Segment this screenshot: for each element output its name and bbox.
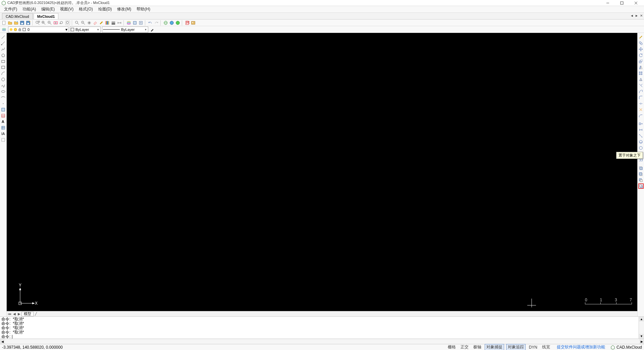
redo-icon[interactable]: [154, 20, 159, 26]
zoom-realtime-icon[interactable]: [74, 20, 80, 26]
circle-icon[interactable]: [1, 77, 6, 82]
stretch-icon[interactable]: [638, 121, 644, 126]
lineweight-icon[interactable]: [111, 20, 116, 26]
globe2-icon[interactable]: [175, 20, 180, 26]
document-tab[interactable]: CAD.MxCloud: [2, 13, 33, 19]
layer-icon[interactable]: [126, 20, 131, 26]
scroll-up-icon[interactable]: ▲: [639, 317, 644, 321]
menu-view[interactable]: 视图(V): [58, 6, 75, 13]
ellipse-icon[interactable]: [1, 89, 6, 94]
maximize-button[interactable]: [617, 0, 627, 6]
toggle-polar[interactable]: 极轴: [472, 344, 483, 350]
layer-manager-icon[interactable]: [1, 27, 7, 32]
region-icon[interactable]: [1, 137, 6, 142]
web-icon[interactable]: [163, 20, 168, 26]
rect2-icon[interactable]: [1, 64, 6, 70]
trim-icon[interactable]: [638, 83, 644, 88]
eraser-icon[interactable]: [93, 20, 98, 26]
rotate-icon[interactable]: [638, 52, 644, 58]
chamfer-icon[interactable]: [638, 113, 644, 118]
point-icon[interactable]: [1, 101, 6, 106]
scroll-right-icon[interactable]: ▶: [639, 339, 644, 344]
tab-next-icon[interactable]: ▶: [17, 312, 21, 316]
array-icon[interactable]: [638, 71, 644, 76]
send-under-icon[interactable]: [638, 183, 644, 189]
text-icon[interactable]: A: [1, 119, 6, 124]
move-icon[interactable]: [638, 46, 644, 52]
brush-icon[interactable]: [150, 27, 155, 32]
zoom-extents-icon[interactable]: [53, 20, 58, 26]
ellipse-arc-icon[interactable]: [1, 95, 6, 100]
hatch-icon[interactable]: [1, 113, 6, 118]
scale-icon[interactable]: [638, 58, 644, 64]
menu-file[interactable]: 文件(F): [2, 6, 19, 13]
align-icon[interactable]: [638, 133, 644, 138]
mirror-icon[interactable]: [638, 64, 644, 70]
zoom-window-icon[interactable]: [35, 20, 40, 26]
dimension-icon[interactable]: [117, 20, 122, 26]
save-icon[interactable]: [19, 20, 25, 26]
matchprop-icon[interactable]: [99, 20, 104, 26]
lengthen-icon[interactable]: [638, 127, 644, 132]
color-selector[interactable]: ByLayer ▾: [70, 27, 101, 33]
zoom-center-icon[interactable]: [80, 20, 86, 26]
open-cloud-icon[interactable]: [13, 20, 19, 26]
table-icon[interactable]: [1, 125, 6, 130]
pdf-icon[interactable]: PDF: [184, 20, 190, 26]
undo-icon[interactable]: [148, 20, 153, 26]
menu-help[interactable]: 帮助(H): [135, 6, 152, 13]
globe-icon[interactable]: [169, 20, 174, 26]
offset-icon[interactable]: [638, 77, 644, 82]
toggle-lineweight[interactable]: 线宽: [541, 344, 551, 350]
line-icon[interactable]: [1, 34, 6, 40]
insert-block-icon[interactable]: [1, 107, 6, 112]
save-as-icon[interactable]: [25, 20, 31, 26]
rotate3d2-icon[interactable]: [638, 145, 644, 150]
close-button[interactable]: [631, 0, 641, 6]
rotate3d-icon[interactable]: [638, 139, 644, 144]
break-icon[interactable]: [638, 101, 644, 106]
bring-front-icon[interactable]: [638, 165, 644, 171]
block-icon[interactable]: [132, 20, 138, 26]
tab-prev-icon[interactable]: ◀: [12, 312, 17, 316]
rectangle-icon[interactable]: [1, 58, 6, 64]
polygon-icon[interactable]: [1, 52, 6, 58]
fillet-icon[interactable]: [638, 95, 644, 100]
command-history[interactable]: 命令: *取消* 命令: *取消* 命令: *取消* 命令: *取消* 命令: …: [0, 317, 639, 339]
insert-icon[interactable]: [138, 20, 144, 26]
menu-format[interactable]: 格式(O): [77, 6, 95, 13]
document-tab-active[interactable]: MxCloud1: [34, 13, 59, 19]
menu-function[interactable]: 功能(A): [20, 6, 38, 13]
feedback-link[interactable]: 提交软件问题或增加新功能: [557, 344, 605, 350]
image-icon[interactable]: [191, 20, 196, 26]
tab-close-icon[interactable]: ✕: [639, 13, 643, 17]
open-icon[interactable]: [7, 20, 13, 26]
layer-selector[interactable]: 0 ▾: [8, 27, 68, 33]
linetype-selector[interactable]: ByLayer ▾: [102, 27, 148, 33]
model-tab[interactable]: 模型: [21, 312, 34, 316]
send-back-icon[interactable]: [638, 171, 644, 177]
copy-icon[interactable]: [638, 40, 644, 46]
ray-icon[interactable]: [1, 40, 6, 46]
bring-above-icon[interactable]: [638, 177, 644, 183]
tab-next-icon[interactable]: ►: [635, 13, 639, 17]
explode-icon[interactable]: [638, 107, 644, 112]
tab-prev-icon[interactable]: ◄: [630, 13, 634, 17]
brand[interactable]: CAD.MxCloud: [610, 345, 642, 350]
menu-modify[interactable]: 修改(M): [115, 6, 133, 13]
pan-icon[interactable]: [87, 20, 92, 26]
menu-draw[interactable]: 绘图(D): [96, 6, 114, 13]
extend-icon[interactable]: [638, 89, 644, 94]
minimize-button[interactable]: [603, 0, 612, 6]
polyline-icon[interactable]: [1, 46, 6, 52]
scroll-down-icon[interactable]: ▼: [639, 334, 644, 339]
toggle-ortho[interactable]: 正交: [459, 344, 470, 350]
toggle-osnap[interactable]: 对象捕捉: [485, 344, 504, 350]
spline-icon[interactable]: [1, 83, 6, 88]
tab-add-icon[interactable]: ╱: [34, 312, 38, 316]
h-scrollbar[interactable]: ◀ ▶: [0, 339, 644, 344]
menu-edit[interactable]: 编辑(E): [39, 6, 57, 13]
color-gradient-icon[interactable]: [105, 20, 110, 26]
tab-first-icon[interactable]: ⏮: [7, 312, 12, 316]
zoom-all-icon[interactable]: [65, 20, 70, 26]
